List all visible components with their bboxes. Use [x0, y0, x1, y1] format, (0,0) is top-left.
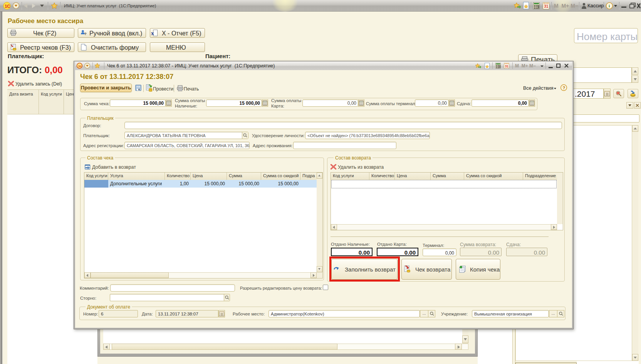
- svg-text:i: i: [609, 3, 610, 8]
- svg-text:?: ?: [563, 86, 565, 90]
- svg-text:31: 31: [505, 65, 509, 68]
- svg-text:x: x: [151, 30, 154, 36]
- svg-text:1С: 1С: [5, 4, 10, 8]
- svg-text:?: ?: [84, 32, 87, 36]
- svg-text:1с: 1с: [78, 64, 82, 68]
- svg-text:31: 31: [544, 4, 549, 8]
